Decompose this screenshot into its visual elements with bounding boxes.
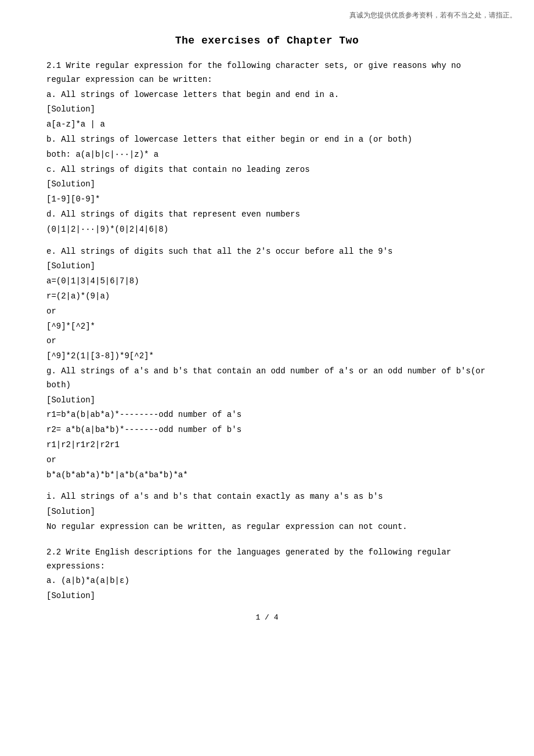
qe-solution-label: [Solution] <box>46 260 488 273</box>
qg-or: or <box>46 453 488 467</box>
qe-sol2: r=(2|a)*(9|a) <box>46 290 488 304</box>
qe-or2: or <box>46 334 488 348</box>
qg-sol4: b*a(b*ab*a)*b*|a*b(a*ba*b)*a* <box>46 469 488 483</box>
qg-sol3: r1|r2|r1r2|r2r1 <box>46 438 488 452</box>
qi-solution-label: [Solution] <box>46 505 488 519</box>
qa-solution: a[a-z]*a | a <box>46 118 488 132</box>
qe-sol1: a=(0|1|3|4|5|6|7|8) <box>46 275 488 289</box>
qd-label: d. All strings of digits that represent … <box>46 208 488 222</box>
qg-sol2: r2= a*b(a|ba*b)*-------odd number of b's <box>46 423 488 437</box>
page-footer: 1 / 4 <box>0 613 534 622</box>
qb-label: b. All strings of lowercase letters that… <box>46 133 488 147</box>
q2-2-intro: 2.2 Write English descriptions for the l… <box>46 546 488 574</box>
qe-or1: or <box>46 305 488 319</box>
qb-solution: both: a(a|b|c|···|z)* a <box>46 148 488 162</box>
q2-2-a-sol: [Solution] <box>46 589 488 603</box>
qc-solution-label: [Solution] <box>46 178 488 192</box>
page-title: The exercises of Chapter Two <box>46 35 488 46</box>
qa-solution-label: [Solution] <box>46 103 488 117</box>
q2-2-a: a. (a|b)*a(a|b|ε) <box>46 574 488 588</box>
qa-label: a. All strings of lowercase letters that… <box>46 88 488 102</box>
qe-label: e. All strings of digits such that all t… <box>46 245 488 259</box>
qe-sol3: [^9]*[^2]* <box>46 320 488 334</box>
q2-1-intro: 2.1 Write regular expression for the fol… <box>46 59 488 87</box>
qg-sol1: r1=b*a(b|ab*a)*--------odd number of a's <box>46 408 488 422</box>
qg-label: g. All strings of a's and b's that conta… <box>46 365 488 393</box>
qi-label: i. All strings of a's and b's that conta… <box>46 490 488 504</box>
qe-sol4: [^9]*2(1|[3-8])*9[^2]* <box>46 350 488 363</box>
qd-solution: (0|1|2|···|9)*(0|2|4|6|8) <box>46 223 488 237</box>
qc-label: c. All strings of digits that contain no… <box>46 163 488 177</box>
qc-solution: [1-9][0-9]* <box>46 193 488 207</box>
qi-solution: No regular expression can be written, as… <box>46 520 488 534</box>
qg-solution-label: [Solution] <box>46 394 488 408</box>
